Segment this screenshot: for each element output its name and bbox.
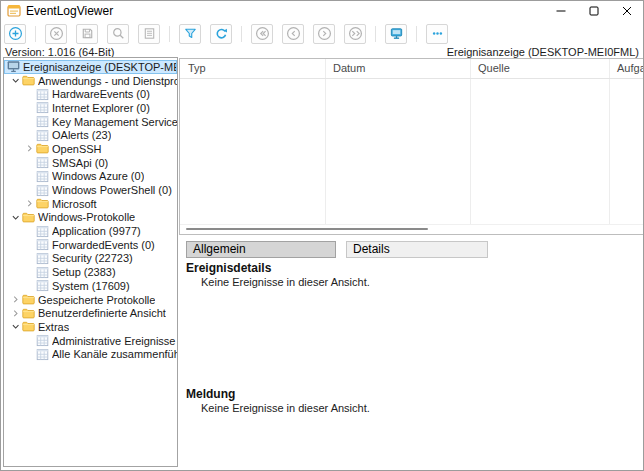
chevron-right-icon[interactable] <box>9 308 22 319</box>
tree-item-openssh[interactable]: OpenSSH <box>4 142 177 156</box>
tree-item-windows-protokolle[interactable]: Windows-Protokolle <box>4 211 177 225</box>
chevron-down-icon[interactable] <box>9 212 22 223</box>
tree-item-label: Alle Kanäle zusammenführen <box>52 348 177 360</box>
search-icon <box>111 26 126 41</box>
tree-item-extras[interactable]: Extras <box>4 320 177 334</box>
minimize-button[interactable] <box>544 1 577 21</box>
nav-first-icon <box>255 26 270 41</box>
more-icon <box>430 26 445 41</box>
save-button[interactable] <box>76 24 98 44</box>
tree-item-smsapi-0[interactable]: SMSApi (0) <box>4 156 177 170</box>
nav-next-button[interactable] <box>313 24 335 44</box>
search-button[interactable] <box>107 24 129 44</box>
tree-item-windows-powershell-0[interactable]: Windows PowerShell (0) <box>4 183 177 197</box>
tree-item-label: Microsoft <box>52 198 97 210</box>
tree-item-internet-explorer-0[interactable]: Internet Explorer (0) <box>4 101 177 115</box>
event-table-header: TypDatumQuelleAufga <box>180 59 644 79</box>
chevron-down-icon[interactable] <box>9 75 22 86</box>
open-log-icon <box>8 26 23 41</box>
nav-next-icon <box>317 26 332 41</box>
tree-item-hardwareevents-0[interactable]: HardwareEvents (0) <box>4 87 177 101</box>
nav-first-button[interactable] <box>251 24 273 44</box>
event-pane: TypDatumQuelleAufga AllgemeinDetails Ere… <box>179 57 644 471</box>
tree-item-administrative-ereignisse[interactable]: Administrative Ereignisse <box>4 334 177 348</box>
tree-item-microsoft[interactable]: Microsoft <box>4 197 177 211</box>
event-log-icon <box>36 156 49 169</box>
toolbar-separator <box>416 26 417 42</box>
chevron-right-icon[interactable] <box>9 294 22 305</box>
event-log-icon <box>36 279 49 292</box>
tree-item-benutzerdefinierte-ansicht[interactable]: Benutzerdefinierte Ansicht <box>4 306 177 320</box>
event-log-icon <box>36 252 49 265</box>
chevron-down-icon[interactable] <box>9 321 22 332</box>
column-divider <box>470 59 471 224</box>
column-divider <box>325 59 326 224</box>
computer-button[interactable] <box>385 24 407 44</box>
maximize-button[interactable] <box>577 1 610 21</box>
tree-item-anwendungs-und-dienstprotokolle[interactable]: Anwendungs - und Dienstprotokolle <box>4 74 177 88</box>
tree-item-oalerts-23[interactable]: OAlerts (23) <box>4 128 177 142</box>
event-log-icon <box>36 101 49 114</box>
close-button[interactable] <box>610 1 643 21</box>
column-header-quelle[interactable]: Quelle <box>470 59 609 78</box>
tree-item-label: ForwardedEvents (0) <box>52 239 155 251</box>
tree-item-label: Administrative Ereignisse <box>52 335 176 347</box>
event-log-icon <box>36 129 49 142</box>
tree-item-label: HardwareEvents (0) <box>52 88 150 100</box>
event-log-icon <box>36 334 49 347</box>
nav-last-button[interactable] <box>344 24 366 44</box>
tree-item-root[interactable]: Ereignisanzeige (DESKTOP-MEI0FML) <box>4 60 177 74</box>
computer-icon <box>389 26 404 41</box>
close-log-icon <box>49 26 64 41</box>
event-log-icon <box>36 225 49 238</box>
window-title: EventLogViewer <box>26 4 113 18</box>
column-header-typ[interactable]: Typ <box>180 59 325 78</box>
tree-item-label: Extras <box>38 321 69 333</box>
minimize-icon <box>556 6 566 16</box>
close-icon <box>622 6 632 16</box>
toolbar-separator <box>35 26 36 42</box>
column-header-datum[interactable]: Datum <box>325 59 470 78</box>
tree-item-forwardedevents-0[interactable]: ForwardedEvents (0) <box>4 238 177 252</box>
open-log-button[interactable] <box>4 24 26 44</box>
tree-item-label: Ereignisanzeige (DESKTOP-MEI0FML) <box>23 61 177 73</box>
section-text: Keine Ereignisse in dieser Ansicht. <box>201 276 370 288</box>
tree-item-gespeicherte-protokolle[interactable]: Gespeicherte Protokolle <box>4 293 177 307</box>
event-log-icon <box>36 88 49 101</box>
event-log-icon <box>36 266 49 279</box>
tree-item-label: Key Management Service (0) <box>52 116 177 128</box>
tree-item-label: Windows Azure (0) <box>52 170 144 182</box>
close-log-button[interactable] <box>45 24 67 44</box>
window-controls <box>544 1 643 21</box>
section-heading-meldung: Meldung <box>186 387 235 401</box>
properties-button[interactable] <box>138 24 160 44</box>
app-window: EventLogViewer Version: 1.016 (64-Bit) E… <box>0 0 644 471</box>
tree-item-label: Application (9977) <box>52 225 141 237</box>
event-log-icon <box>36 348 49 361</box>
chevron-right-icon[interactable] <box>23 143 36 154</box>
nav-prev-button[interactable] <box>282 24 304 44</box>
titlebar: EventLogViewer <box>1 1 643 21</box>
tab-allgemein[interactable]: Allgemein <box>186 241 336 258</box>
scrollbar-thumb[interactable] <box>186 228 428 230</box>
tree-item-security-22723[interactable]: Security (22723) <box>4 252 177 266</box>
toolbar-separator <box>169 26 170 42</box>
tree-item-alle-kan-le-zusammenf-hren[interactable]: Alle Kanäle zusammenführen <box>4 347 177 361</box>
event-log-icon <box>36 170 49 183</box>
filter-button[interactable] <box>179 24 201 44</box>
nav-prev-icon <box>286 26 301 41</box>
tree-item-application-9977[interactable]: Application (9977) <box>4 224 177 238</box>
chevron-right-icon[interactable] <box>23 198 36 209</box>
event-log-icon <box>36 115 49 128</box>
tab-details[interactable]: Details <box>346 241 488 258</box>
tree-item-windows-azure-0[interactable]: Windows Azure (0) <box>4 170 177 184</box>
table-horizontal-scrollbar[interactable] <box>180 224 644 234</box>
tree-item-key-management-service-0[interactable]: Key Management Service (0) <box>4 115 177 129</box>
save-icon <box>80 26 95 41</box>
column-header-aufga[interactable]: Aufga <box>609 59 644 78</box>
refresh-button[interactable] <box>210 24 232 44</box>
tree-item-system-17609[interactable]: System (17609) <box>4 279 177 293</box>
more-button[interactable] <box>426 24 448 44</box>
tree-item-setup-2383[interactable]: Setup (2383) <box>4 265 177 279</box>
tree-item-label: Benutzerdefinierte Ansicht <box>38 307 166 319</box>
